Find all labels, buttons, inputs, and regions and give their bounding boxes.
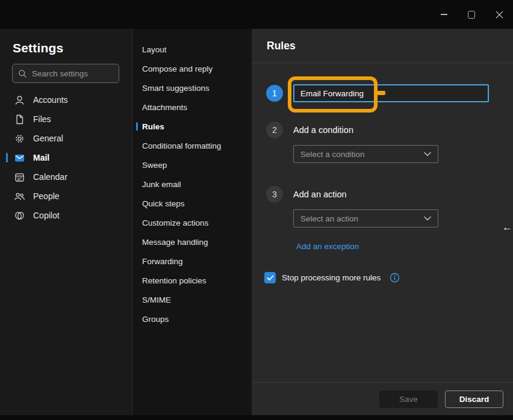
nav-item-label: Rules	[142, 122, 164, 131]
mail-settings-nav: Layout Compose and reply Smart suggestio…	[132, 29, 252, 415]
sidebar-item-accounts[interactable]: Accounts	[0, 90, 132, 110]
gear-icon	[14, 133, 25, 144]
search-box[interactable]	[12, 64, 119, 83]
copilot-icon	[14, 210, 25, 221]
stop-processing-row: Stop processing more rules	[264, 272, 513, 283]
search-icon	[18, 69, 27, 78]
nav-item-sweep[interactable]: Sweep	[132, 155, 252, 174]
maximize-button[interactable]	[458, 0, 485, 29]
chevron-down-icon	[424, 152, 431, 156]
step-number: 3	[272, 190, 277, 199]
sidebar-nav: Accounts Files General Mail	[0, 90, 132, 225]
rules-panel: Rules 1 2 Add a condition Select a condi…	[252, 29, 513, 415]
sidebar-item-label: Files	[33, 114, 51, 124]
nav-item-retention-policies[interactable]: Retention policies	[132, 271, 252, 290]
mail-icon	[14, 152, 25, 164]
window-bottom-edge	[0, 415, 513, 420]
settings-dialog: Settings Accounts Files	[0, 29, 513, 415]
sidebar-item-label: General	[33, 134, 63, 143]
nav-item-label: Retention policies	[142, 276, 207, 285]
nav-item-label: S/MIME	[142, 295, 171, 304]
rule-editor: 1 2 Add a condition Select a condition	[252, 63, 513, 382]
step-3-badge: 3	[266, 186, 283, 203]
panel-header: Rules	[252, 29, 513, 63]
nav-item-label: Smart suggestions	[142, 84, 210, 93]
sidebar-item-label: Accounts	[33, 95, 68, 105]
step-number: 1	[272, 88, 277, 98]
settings-sidebar: Settings Accounts Files	[0, 29, 132, 415]
step-1-badge: 1	[266, 85, 283, 102]
step-3-row: 3 Add an action	[266, 186, 513, 203]
check-icon	[267, 275, 274, 281]
nav-item-label: Attachments	[142, 103, 187, 112]
nav-item-compose-and-reply[interactable]: Compose and reply	[132, 59, 252, 78]
sidebar-item-label: Mail	[33, 153, 49, 162]
sidebar-item-people[interactable]: People	[0, 187, 132, 206]
calendar-icon	[14, 171, 25, 183]
nav-item-smime[interactable]: S/MIME	[132, 290, 252, 309]
chevron-down-icon	[424, 216, 431, 221]
minimize-button[interactable]	[430, 0, 458, 29]
nav-item-smart-suggestions[interactable]: Smart suggestions	[132, 78, 252, 97]
step-2-badge: 2	[266, 122, 283, 138]
sidebar-item-mail[interactable]: Mail	[0, 148, 132, 167]
nav-item-junk-email[interactable]: Junk email	[132, 174, 252, 194]
stop-processing-checkbox[interactable]	[264, 272, 276, 283]
step-2-label: Add a condition	[293, 125, 353, 135]
step-2-row: 2 Add a condition	[266, 122, 513, 138]
nav-item-label: Compose and reply	[142, 64, 213, 73]
nav-item-label: Conditional formatting	[142, 141, 221, 150]
step-number: 2	[272, 125, 277, 135]
action-select-value: Select an action	[300, 214, 358, 223]
discard-button[interactable]: Discard	[445, 391, 503, 408]
stop-processing-label: Stop processing more rules	[282, 273, 381, 282]
nav-item-message-handling[interactable]: Message handling	[132, 232, 252, 252]
nav-item-forwarding[interactable]: Forwarding	[132, 252, 252, 271]
action-select[interactable]: Select an action	[293, 209, 438, 227]
nav-item-label: Message handling	[142, 238, 208, 247]
nav-item-rules[interactable]: Rules	[132, 117, 252, 136]
info-icon[interactable]	[390, 273, 400, 283]
file-icon	[14, 114, 25, 125]
condition-select-value: Select a condition	[300, 150, 365, 159]
page-title: Rules	[267, 40, 296, 52]
search-input[interactable]	[32, 69, 113, 78]
nav-item-conditional-formatting[interactable]: Conditional formatting	[132, 136, 252, 155]
nav-item-attachments[interactable]: Attachments	[132, 97, 252, 117]
minimize-icon	[441, 14, 447, 15]
titlebar	[0, 0, 513, 29]
condition-select[interactable]: Select a condition	[293, 145, 438, 163]
nav-item-label: Sweep	[142, 161, 167, 170]
sidebar-item-label: Copilot	[33, 211, 60, 220]
sidebar-item-label: People	[33, 191, 60, 201]
nav-item-label: Junk email	[142, 180, 181, 189]
nav-item-groups[interactable]: Groups	[132, 309, 252, 329]
step-1-row: 1	[266, 84, 513, 102]
nav-item-quick-steps[interactable]: Quick steps	[132, 194, 252, 213]
panel-footer: Save Discard	[252, 382, 513, 415]
mail-settings-list: Layout Compose and reply Smart suggestio…	[132, 29, 252, 329]
sidebar-item-general[interactable]: General	[0, 129, 132, 148]
save-button[interactable]: Save	[379, 391, 438, 408]
sidebar-item-copilot[interactable]: Copilot	[0, 206, 132, 225]
sidebar-item-calendar[interactable]: Calendar	[0, 167, 132, 187]
nav-item-label: Groups	[142, 315, 169, 324]
person-icon	[14, 94, 25, 106]
add-exception-link[interactable]: Add an exception	[296, 242, 359, 251]
nav-item-label: Layout	[142, 45, 167, 54]
nav-item-label: Quick steps	[142, 199, 185, 208]
sidebar-item-label: Calendar	[33, 172, 67, 182]
nav-item-label: Forwarding	[142, 257, 183, 266]
people-icon	[14, 191, 25, 202]
maximize-icon	[468, 11, 475, 19]
nav-item-layout[interactable]: Layout	[132, 40, 252, 59]
close-button[interactable]	[485, 0, 513, 29]
nav-item-label: Customize actions	[142, 218, 208, 227]
close-icon	[496, 11, 503, 19]
step-3-label: Add an action	[293, 190, 347, 199]
settings-title: Settings	[13, 41, 132, 55]
nav-item-customize-actions[interactable]: Customize actions	[132, 213, 252, 232]
rule-name-input[interactable]	[293, 84, 489, 102]
sidebar-item-files[interactable]: Files	[0, 110, 132, 129]
